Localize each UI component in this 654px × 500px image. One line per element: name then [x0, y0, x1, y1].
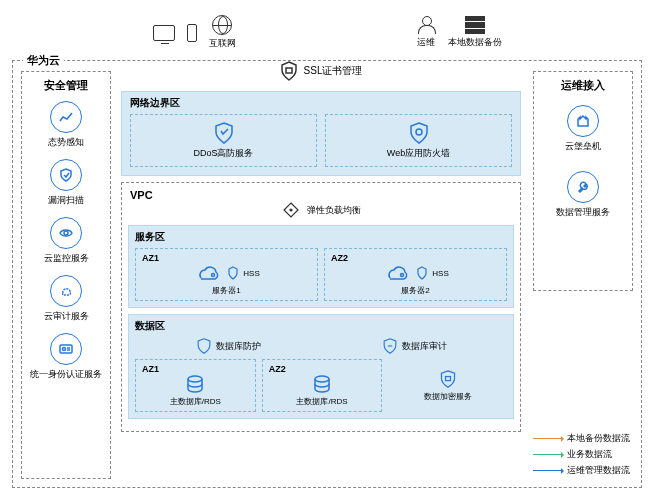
- security-management-panel: 安全管理 态势感知 漏洞扫描 云监控服务 云审计服务 统一身份认证服务: [21, 71, 111, 479]
- svg-point-8: [188, 376, 202, 382]
- vpc-title: VPC: [130, 189, 514, 201]
- bastion-icon: [567, 105, 599, 137]
- svg-point-0: [64, 231, 68, 235]
- legend-business-label: 业务数据流: [567, 448, 612, 461]
- hss-label: HSS: [243, 269, 259, 278]
- ops-item: 运维: [416, 16, 436, 49]
- iam: 统一身份认证服务: [30, 333, 102, 381]
- server-icon: [465, 16, 485, 34]
- phone-icon: [187, 24, 197, 42]
- backup-label: 本地数据备份: [448, 36, 502, 49]
- internet-group: 互联网: [153, 15, 236, 50]
- service-zone-title: 服务区: [135, 230, 507, 244]
- sec-label: 统一身份认证服务: [30, 368, 102, 381]
- orange-arrow-icon: [533, 438, 563, 439]
- bastion-label: 云堡垒机: [565, 140, 601, 153]
- server2-cloud-icon: [382, 263, 412, 283]
- az2-label: AZ2: [331, 253, 500, 263]
- scan-shield-icon: [50, 159, 82, 191]
- ops-group: 运维 本地数据备份: [416, 15, 502, 50]
- elb-label: 弹性负载均衡: [307, 204, 361, 217]
- data-encrypt: 数据加密服务: [388, 359, 507, 412]
- edge-zone-title: 网络边界区: [130, 96, 512, 110]
- audit-cloud-icon: [50, 275, 82, 307]
- data-az1-label: AZ1: [142, 364, 249, 374]
- svg-point-4: [416, 129, 422, 135]
- svg-rect-10: [445, 377, 450, 381]
- az1-label: AZ1: [142, 253, 311, 263]
- db-audit-label: 数据库审计: [402, 340, 447, 353]
- id-card-icon: [50, 333, 82, 365]
- elb-row: 弹性负载均衡: [128, 201, 514, 219]
- db-protect-label: 数据库防护: [216, 340, 261, 353]
- bastion-host: 云堡垒机: [565, 105, 601, 153]
- green-arrow-icon: [533, 454, 563, 455]
- ops-access-panel: 运维接入 云堡垒机 数据管理服务: [533, 71, 633, 291]
- rds2-db-icon: [311, 374, 333, 394]
- svg-point-6: [212, 274, 215, 277]
- db-protect-shield-icon: [196, 337, 212, 355]
- waf-label: Web应用防火墙: [387, 147, 450, 160]
- server1-cloud-icon: [193, 263, 223, 283]
- data-mgmt-service: 数据管理服务: [556, 171, 610, 219]
- db-audit: 数据库审计: [382, 337, 447, 355]
- top-external-row: 互联网 运维 本地数据备份: [0, 15, 654, 50]
- user-icon: [416, 16, 436, 34]
- security-items: 态势感知 漏洞扫描 云监控服务 云审计服务 统一身份认证服务: [26, 101, 106, 381]
- legend-backup: 本地备份数据流: [533, 432, 633, 445]
- data-zone: 数据区 数据库防护 数据库审计 AZ1: [128, 314, 514, 419]
- network-edge-zone: 网络边界区 DDoS高防服务 Web应用防火墙: [121, 91, 521, 176]
- eye-icon: [50, 217, 82, 249]
- internet-item: 互联网: [209, 15, 236, 50]
- ops-label: 运维: [417, 36, 435, 49]
- svg-point-5: [290, 209, 292, 211]
- wrench-icon: [567, 171, 599, 203]
- rds1-db-icon: [184, 374, 206, 394]
- center-area: SSL证书管理 网络边界区 DDoS高防服务 Web应用防火墙 VPC 弹性负载: [121, 91, 521, 479]
- legend-ops-label: 运维管理数据流: [567, 464, 630, 477]
- legend: 本地备份数据流 业务数据流 运维管理数据流: [533, 429, 633, 477]
- elb-icon: [281, 201, 301, 219]
- ddos-service: DDoS高防服务: [130, 114, 317, 167]
- waf-service: Web应用防火墙: [325, 114, 512, 167]
- data-zone-title: 数据区: [135, 319, 507, 333]
- server1-label: 服务器1: [142, 285, 311, 296]
- vulnerability-scan: 漏洞扫描: [48, 159, 84, 207]
- rds2-label: 主数据库/RDS: [269, 396, 376, 407]
- cloud-monitor: 云监控服务: [44, 217, 89, 265]
- cloud-audit: 云审计服务: [44, 275, 89, 323]
- data-mgmt-label: 数据管理服务: [556, 206, 610, 219]
- rds1-label: 主数据库/RDS: [142, 396, 249, 407]
- situation-awareness: 态势感知: [48, 101, 84, 149]
- ops-access-title: 运维接入: [540, 78, 626, 93]
- hss-shield-icon: [416, 266, 428, 280]
- monitor-icon: [153, 25, 175, 41]
- legend-business: 业务数据流: [533, 448, 633, 461]
- legend-ops: 运维管理数据流: [533, 464, 633, 477]
- backup-item: 本地数据备份: [448, 16, 502, 49]
- ssl-shield-icon: [280, 61, 298, 81]
- service-zone: 服务区 AZ1 HSS 服务器1 AZ2: [128, 225, 514, 308]
- ssl-label: SSL证书管理: [304, 64, 363, 78]
- sec-label: 漏洞扫描: [48, 194, 84, 207]
- svg-point-7: [401, 274, 404, 277]
- huawei-cloud-container: 华为云 安全管理 态势感知 漏洞扫描 云监控服务 云审计服务 统一身份认: [12, 60, 642, 488]
- svg-point-9: [315, 376, 329, 382]
- server2-label: 服务器2: [331, 285, 500, 296]
- svg-point-2: [63, 348, 66, 351]
- vpc-zone: VPC 弹性负载均衡 服务区 AZ1 HSS 服务器1: [121, 182, 521, 432]
- ddos-label: DDoS高防服务: [193, 147, 253, 160]
- chart-icon: [50, 101, 82, 133]
- service-az2: AZ2 HSS 服务器2: [324, 248, 507, 301]
- data-az1: AZ1 主数据库/RDS: [135, 359, 256, 412]
- internet-label: 互联网: [209, 37, 236, 50]
- sec-label: 态势感知: [48, 136, 84, 149]
- legend-backup-label: 本地备份数据流: [567, 432, 630, 445]
- waf-shield-icon: [408, 121, 430, 145]
- svg-rect-3: [286, 68, 292, 73]
- encrypt-shield-icon: [439, 369, 457, 389]
- data-az2: AZ2 主数据库/RDS: [262, 359, 383, 412]
- data-az2-label: AZ2: [269, 364, 376, 374]
- hss-shield-icon: [227, 266, 239, 280]
- db-protection: 数据库防护: [196, 337, 261, 355]
